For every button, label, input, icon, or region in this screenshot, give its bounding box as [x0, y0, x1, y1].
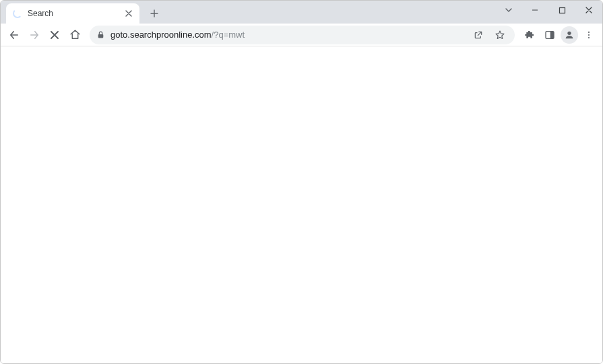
browser-tab[interactable]: Search [6, 3, 139, 24]
back-button[interactable] [5, 26, 24, 44]
url-path: /?q=mwt [212, 30, 245, 40]
svg-rect-1 [98, 34, 104, 38]
new-tab-button[interactable] [145, 4, 164, 23]
loading-spinner-icon [13, 9, 22, 18]
stop-button[interactable] [45, 26, 64, 44]
address-bar[interactable]: goto.searchproonline.com/?q=mwt [90, 26, 515, 44]
page-content [1, 46, 602, 363]
bookmark-button[interactable] [492, 27, 508, 43]
svg-point-7 [588, 37, 590, 38]
svg-point-4 [567, 31, 571, 34]
url-text: goto.searchproonline.com/?q=mwt [110, 30, 465, 40]
lock-icon [96, 30, 105, 39]
toolbar: goto.searchproonline.com/?q=mwt [1, 24, 602, 46]
window-minimize-button[interactable] [521, 1, 548, 20]
window-maximize-button[interactable] [548, 1, 575, 20]
title-bar: Search [1, 1, 602, 24]
profile-button[interactable] [561, 26, 578, 44]
toolbar-right-cluster [520, 26, 598, 44]
share-button[interactable] [470, 27, 486, 43]
side-panel-button[interactable] [540, 26, 559, 44]
svg-point-6 [588, 34, 590, 35]
tab-close-button[interactable] [123, 8, 134, 19]
tab-search-button[interactable] [497, 1, 520, 20]
url-host: goto.searchproonline.com [110, 30, 212, 40]
forward-button[interactable] [25, 26, 44, 44]
window-controls [521, 1, 602, 20]
tab-title: Search [28, 9, 123, 18]
svg-point-5 [588, 31, 590, 32]
svg-rect-3 [550, 31, 554, 38]
home-button[interactable] [65, 26, 84, 44]
window-close-button[interactable] [575, 1, 602, 20]
menu-button[interactable] [579, 26, 598, 44]
svg-rect-0 [559, 7, 565, 13]
extensions-button[interactable] [520, 26, 539, 44]
